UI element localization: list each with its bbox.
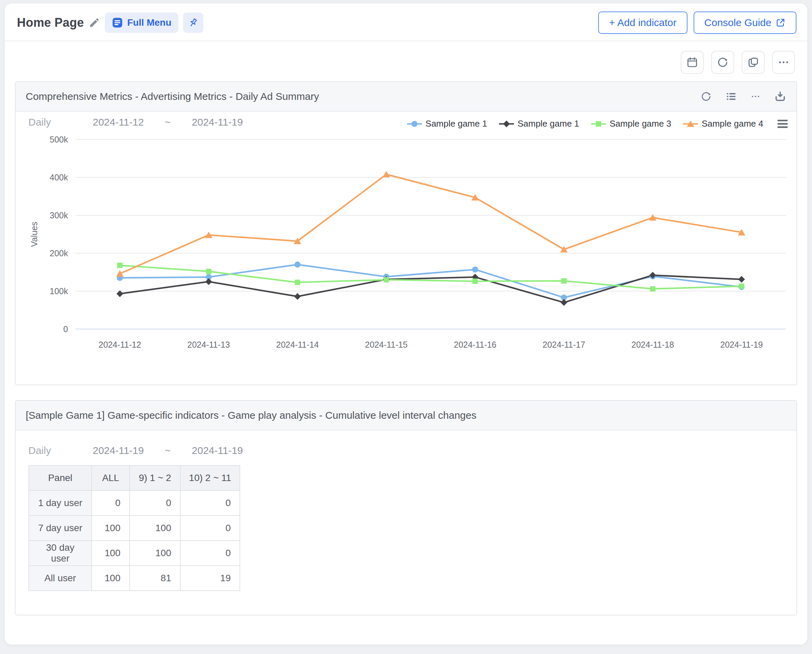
more-options-button[interactable] [772, 51, 795, 74]
chart-legend: Sample game 1 Sample game 1 Sample game … [407, 118, 763, 129]
chart-period: Daily 2024-11-12 ~ 2024-11-19 [28, 116, 243, 128]
legend-marker-circle [407, 120, 422, 128]
panel1-header: Comprehensive Metrics - Advertising Metr… [15, 82, 797, 112]
table-row: 7 day user1001000 [29, 515, 240, 541]
legend-label: Sample game 1 [517, 118, 579, 129]
copy-icon [747, 56, 759, 69]
svg-text:2024-11-16: 2024-11-16 [454, 340, 496, 349]
legend-label: Sample game 1 [426, 118, 487, 129]
top-bar: Home Page Full Menu [5, 3, 807, 41]
legend-item[interactable]: Sample game 3 [591, 118, 671, 129]
pin-button[interactable] [183, 12, 203, 33]
level-interval-table: PanelALL9) 1 ~ 210) 2 ~ 111 day user0007… [28, 465, 240, 591]
external-link-icon [775, 18, 786, 28]
panel-level-interval: [Sample Game 1] Game-specific indicators… [15, 400, 797, 616]
table-column-header: ALL [92, 466, 130, 490]
calendar-icon [686, 56, 698, 69]
svg-text:2024-11-19: 2024-11-19 [720, 340, 763, 349]
panel1-body: Daily 2024-11-12 ~ 2024-11-19 Sample gam… [15, 112, 797, 385]
svg-text:2024-11-13: 2024-11-13 [188, 340, 230, 349]
period-granularity: Daily [28, 116, 93, 128]
table-cell: 0 [180, 541, 240, 565]
legend-marker-diamond [499, 120, 514, 128]
legend-marker-square [591, 120, 606, 128]
period-end-date[interactable]: 2024-11-19 [192, 116, 243, 128]
full-menu-button[interactable]: Full Menu [105, 12, 178, 33]
calendar-button[interactable] [681, 51, 704, 74]
svg-text:2024-11-15: 2024-11-15 [365, 340, 408, 349]
dashboard-card: Home Page Full Menu [4, 3, 808, 645]
legend-label: Sample game 3 [610, 118, 671, 129]
dashboard-toolbar [5, 41, 807, 81]
page-title: Home Page [17, 15, 84, 30]
table-cell: 0 [180, 515, 240, 541]
line-chart: 0100k200k300k400k500kValues2024-11-12202… [15, 129, 797, 381]
table-cell: 100 [92, 541, 130, 565]
panel2-title: [Sample Game 1] Game-specific indicators… [26, 410, 476, 421]
hamburger-icon [777, 119, 788, 129]
chart-context-menu-button[interactable] [777, 119, 788, 129]
refresh-icon [717, 56, 729, 69]
table-column-header: Panel [29, 466, 92, 490]
period-start-date[interactable]: 2024-11-12 [93, 116, 144, 128]
list-icon [725, 91, 737, 102]
period-start-date[interactable]: 2024-11-19 [93, 445, 144, 456]
menu-icon [111, 17, 123, 28]
edit-title-button[interactable] [89, 17, 100, 28]
table-cell: 19 [180, 565, 240, 591]
panel-daily-ad-summary: Comprehensive Metrics - Advertising Metr… [15, 81, 797, 385]
period-granularity: Daily [28, 445, 93, 456]
panel-download-button[interactable] [774, 90, 786, 102]
svg-text:500k: 500k [50, 135, 68, 144]
console-guide-label: Console Guide [704, 17, 771, 28]
svg-text:2024-11-14: 2024-11-14 [276, 340, 319, 349]
svg-text:Values: Values [29, 222, 39, 247]
svg-text:300k: 300k [50, 211, 68, 220]
svg-text:2024-11-18: 2024-11-18 [631, 340, 674, 349]
svg-text:2024-11-17: 2024-11-17 [543, 340, 585, 349]
table-row: 30 day user1001000 [29, 541, 240, 565]
panel1-title: Comprehensive Metrics - Advertising Metr… [26, 91, 319, 102]
pencil-icon [89, 17, 100, 28]
panel2-body: Daily 2024-11-19 ~ 2024-11-19 PanelALL9)… [15, 431, 797, 615]
svg-text:200k: 200k [50, 249, 68, 258]
table-cell: 100 [130, 541, 180, 565]
console-guide-button[interactable]: Console Guide [694, 12, 797, 34]
period-separator: ~ [165, 445, 171, 456]
row-label: 30 day user [29, 541, 92, 565]
table-cell: 0 [92, 490, 130, 515]
refresh-dashboard-button[interactable] [711, 51, 734, 74]
ellipsis-icon [751, 92, 760, 102]
table-cell: 100 [130, 515, 180, 541]
duplicate-button[interactable] [742, 51, 765, 74]
pin-icon [185, 15, 201, 31]
svg-text:0: 0 [63, 324, 68, 334]
add-indicator-button[interactable]: + Add indicator [598, 12, 687, 34]
panel-list-button[interactable] [725, 91, 737, 102]
svg-text:2024-11-12: 2024-11-12 [98, 340, 141, 349]
ellipsis-icon [777, 56, 790, 69]
row-label: 1 day user [29, 490, 92, 515]
legend-item[interactable]: Sample game 1 [407, 118, 487, 129]
legend-item[interactable]: Sample game 1 [499, 118, 579, 129]
table-cell: 100 [92, 565, 130, 591]
panel-refresh-button[interactable] [701, 91, 712, 102]
download-icon [774, 90, 786, 102]
svg-text:400k: 400k [50, 173, 68, 182]
table-period: Daily 2024-11-19 ~ 2024-11-19 [15, 440, 797, 456]
legend-marker-triangle [683, 120, 698, 128]
legend-item[interactable]: Sample game 4 [683, 118, 763, 129]
period-end-date[interactable]: 2024-11-19 [192, 445, 243, 456]
table-row: 1 day user000 [29, 490, 240, 515]
panel-more-button[interactable] [751, 92, 760, 102]
table-cell: 0 [130, 490, 180, 515]
table-cell: 100 [92, 515, 130, 541]
add-indicator-label: + Add indicator [609, 17, 676, 28]
row-label: 7 day user [29, 515, 92, 541]
row-label: All user [29, 565, 92, 591]
table-cell: 0 [180, 490, 240, 515]
period-separator: ~ [165, 116, 171, 128]
legend-label: Sample game 4 [702, 118, 763, 129]
svg-text:100k: 100k [50, 286, 68, 296]
refresh-icon [701, 91, 712, 102]
